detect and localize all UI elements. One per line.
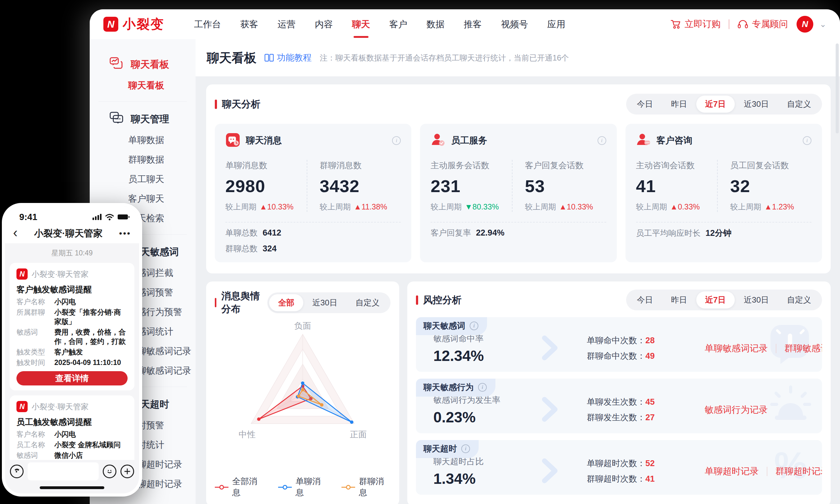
date-tab-近30日[interactable]: 近30日 — [735, 95, 778, 113]
radar-axis-label-负面: 负面 — [294, 321, 311, 330]
customer-consult-icon — [636, 132, 651, 149]
nav-item-聊天[interactable]: 聊天 — [342, 9, 380, 39]
chat-message-list: N小裂变·聊天管家客户触发敏感词提醒客户名称小闪电所属群聊小裂变「推客分销·商家… — [10, 263, 135, 460]
headset-icon — [737, 19, 748, 29]
message-input[interactable] — [28, 463, 99, 481]
voice-icon[interactable] — [10, 465, 23, 478]
info-icon[interactable]: i — [597, 136, 606, 145]
footer-value: 6412 — [263, 228, 281, 237]
risk-stat-line: 群聊命中次数：49 — [587, 348, 705, 364]
nav-item-视频号[interactable]: 视频号 — [492, 9, 538, 39]
risk-stats: 单聊命中次数：28群聊命中次数：49 — [587, 333, 705, 364]
sidebar-item-群聊数据[interactable]: 群聊数据 — [90, 150, 196, 169]
metric-value: 231 — [431, 176, 512, 196]
date-tab-昨日[interactable]: 昨日 — [662, 291, 696, 308]
link-群聊超时记录[interactable]: 群聊超时记录 — [775, 465, 822, 478]
brand-logo: N 小裂变 — [103, 16, 164, 33]
nav-item-获客[interactable]: 获客 — [231, 9, 268, 39]
sidebar-group-聊天管理[interactable]: 聊天管理 — [90, 108, 196, 130]
delta-down: ▼80.33% — [465, 202, 499, 211]
brand-logo-icon: N — [103, 17, 118, 32]
sentiment-tab-全部[interactable]: 全部 — [269, 294, 303, 311]
sidebar-item-员工聊天[interactable]: 员工聊天 — [90, 169, 196, 189]
risk-stat-value: 52 — [645, 459, 655, 468]
field-label: 所属群聊 — [16, 308, 54, 326]
order-now-button[interactable]: 立即订购 — [670, 18, 720, 31]
date-tab-近30日[interactable]: 近30日 — [735, 291, 778, 308]
phone-chat-area: 星期五 10:49 N小裂变·聊天管家客户触发敏感词提醒客户名称小闪电所属群聊小… — [5, 243, 139, 460]
dashed-divider — [431, 222, 606, 222]
nav-item-工作台[interactable]: 工作台 — [184, 9, 231, 39]
card-footer-line: 单聊总数6412 — [225, 228, 401, 238]
field-label: 触发类型 — [16, 347, 54, 357]
advisor-button[interactable]: 专属顾问 — [737, 18, 788, 31]
phone-time: 9:41 — [19, 212, 37, 222]
compare-label: 较上周期 — [636, 202, 667, 212]
metric-compare: 较上周期▲1.23% — [730, 202, 811, 212]
date-tab-今日[interactable]: 今日 — [628, 95, 662, 113]
info-icon[interactable]: i — [461, 445, 470, 453]
view-detail-button[interactable]: 查看详情 — [16, 371, 128, 385]
risk-metric-value: 12.34% — [433, 347, 542, 364]
page-title: 聊天看板 — [207, 49, 256, 67]
field-label: 客户名称 — [16, 297, 54, 306]
date-tab-昨日[interactable]: 昨日 — [662, 95, 696, 113]
tutorial-link[interactable]: 功能教程 — [265, 52, 312, 64]
date-tab-今日[interactable]: 今日 — [628, 291, 662, 308]
date-tab-近7日[interactable]: 近7日 — [696, 291, 735, 308]
risk-links: 敏感词行为记录 — [705, 404, 768, 416]
info-icon[interactable]: i — [470, 322, 478, 330]
nav-item-内容[interactable]: 内容 — [305, 9, 342, 39]
notification-field: 敏感词微信小店 — [16, 451, 128, 460]
metric-columns: 单聊消息数2980较上周期▲10.33%群聊消息数3432较上周期▲11.38% — [225, 160, 401, 212]
plus-icon[interactable] — [121, 465, 134, 478]
legend-item-单聊消息[interactable]: 单聊消息 — [278, 476, 327, 498]
sidebar-item-聊天看板[interactable]: 聊天看板 — [90, 76, 196, 95]
link-敏感词行为记录[interactable]: 敏感词行为记录 — [705, 404, 768, 416]
content-scroll-area: 聊天分析 今日昨日近7日近30日自定义 聊天消息i单聊消息数2980较上周期▲1… — [196, 76, 840, 504]
chevron-down-icon[interactable]: ⌄ — [820, 20, 826, 29]
nav-item-客户[interactable]: 客户 — [380, 9, 417, 39]
sender-name: 小裂变·聊天管家 — [32, 269, 88, 279]
emoji-icon[interactable] — [103, 465, 117, 478]
metric-value: 41 — [636, 176, 717, 196]
risk-stat-value: 28 — [645, 336, 655, 345]
nav-item-推客[interactable]: 推客 — [454, 9, 492, 39]
nav-item-运营[interactable]: 运营 — [268, 9, 305, 39]
staff-service-icon — [431, 132, 445, 149]
footer-label: 群聊总数 — [225, 244, 258, 253]
field-value: 费用，收费，价格，合作，合同，签约，打款 — [54, 327, 128, 346]
back-icon[interactable]: ‹ — [13, 226, 18, 239]
nav-item-应用[interactable]: 应用 — [538, 9, 575, 39]
nav-item-数据[interactable]: 数据 — [417, 9, 454, 39]
link-单聊超时记录[interactable]: 单聊超时记录 — [705, 465, 759, 478]
delta-up: ▲0.33% — [670, 202, 700, 211]
info-icon[interactable]: i — [803, 136, 811, 145]
sentiment-header: 消息舆情分布 全部近30日自定义 — [215, 290, 391, 316]
home-indicator[interactable] — [40, 486, 104, 489]
date-tab-自定义[interactable]: 自定义 — [778, 95, 820, 113]
sentiment-tabs: 全部近30日自定义 — [267, 292, 391, 313]
date-tab-近7日[interactable]: 近7日 — [696, 95, 735, 113]
scrollbar[interactable] — [836, 43, 839, 133]
metric-label: 群聊消息数 — [320, 160, 401, 171]
risk-metric: 聊天超时占比1.34% — [433, 456, 542, 487]
sentiment-tab-自定义[interactable]: 自定义 — [346, 294, 389, 311]
more-icon[interactable]: ••• — [119, 229, 131, 238]
link-群聊敏感词记录[interactable]: 群聊敏感词记录 — [784, 342, 822, 355]
date-range-tabs: 今日昨日近7日近30日自定义 — [626, 94, 822, 114]
user-avatar[interactable]: N — [797, 16, 813, 33]
date-tab-自定义[interactable]: 自定义 — [778, 291, 820, 308]
notification-card: N小裂变·聊天管家客户触发敏感词提醒客户名称小闪电所属群聊小裂变「推客分销·商家… — [10, 263, 135, 391]
link-单聊敏感词记录[interactable]: 单聊敏感词记录 — [705, 342, 768, 355]
middle-row: 消息舆情分布 全部近30日自定义 负面中性正面 全部消息单聊消息群聊消息 风控分… — [206, 282, 831, 504]
chat-board-icon — [110, 57, 124, 72]
risk-links: 单聊敏感词记录群聊敏感词记录 — [705, 342, 822, 355]
legend-item-群聊消息[interactable]: 群聊消息 — [341, 476, 391, 498]
info-icon[interactable]: i — [478, 383, 487, 392]
sidebar-group-聊天看板[interactable]: 聊天看板 — [90, 53, 196, 76]
sentiment-tab-近30日[interactable]: 近30日 — [303, 294, 346, 311]
sidebar-item-单聊数据[interactable]: 单聊数据 — [90, 130, 196, 150]
legend-item-全部消息[interactable]: 全部消息 — [215, 476, 264, 498]
info-icon[interactable]: i — [392, 136, 401, 145]
